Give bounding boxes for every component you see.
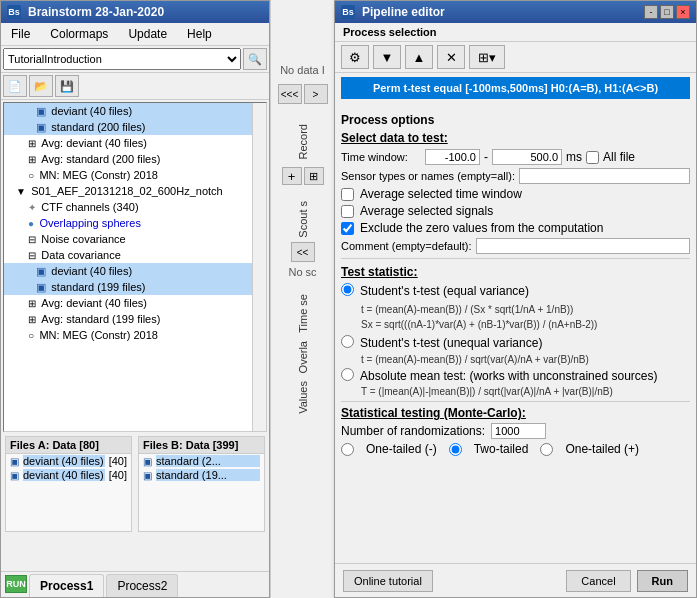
nav-left-btn[interactable]: <<<	[278, 84, 302, 104]
monte-carlo-section: Statistical testing (Monte-Carlo): Numbe…	[341, 406, 690, 456]
grid-btn[interactable]: ⊞	[304, 167, 324, 185]
tree-item[interactable]: ⊞ Avg: standard (199 files)	[4, 311, 266, 327]
sensor-label: Sensor types or names (empty=all):	[341, 170, 515, 182]
time-window-label: Time window:	[341, 151, 421, 163]
files-a-item[interactable]: ▣ deviant (40 files) [40]	[6, 454, 131, 468]
sensor-input[interactable]	[519, 168, 690, 184]
avg-signals-checkbox[interactable]	[341, 205, 354, 218]
tree-item[interactable]: ▣ deviant (40 files)	[4, 263, 266, 279]
menu-file[interactable]: File	[5, 25, 36, 43]
tailed-row: One-tailed (-) Two-tailed One-tailed (+)	[341, 442, 690, 456]
student-unequal-radio[interactable]	[341, 335, 354, 348]
settings-btn[interactable]: ⚙	[341, 45, 369, 69]
comment-label: Comment (empty=default):	[341, 240, 472, 252]
menu-colormaps[interactable]: Colormaps	[44, 25, 114, 43]
avg-time-checkbox[interactable]	[341, 188, 354, 201]
run-process-btn[interactable]: Run	[637, 570, 688, 592]
tree-item[interactable]: ⊞ Avg: standard (200 files)	[4, 151, 266, 167]
time-unit: ms	[566, 150, 582, 164]
database-dropdown[interactable]: TutorialIntroduction	[3, 48, 241, 70]
files-b-item[interactable]: ▣ standard (2...	[139, 454, 264, 468]
rand-input[interactable]	[491, 423, 546, 439]
monte-carlo-title: Statistical testing (Monte-Carlo):	[341, 406, 690, 420]
tree-item[interactable]: ⊞ Avg: deviant (40 files)	[4, 135, 266, 151]
tree-item[interactable]: ▣ standard (200 files)	[4, 119, 266, 135]
files-b-header: Files B: Data [399]	[139, 437, 264, 454]
exclude-zero-checkbox[interactable]	[341, 222, 354, 235]
tree-item[interactable]: ○ MN: MEG (Constr) 2018	[4, 327, 266, 343]
open-btn[interactable]: 📂	[29, 75, 53, 97]
tree-scrollbar[interactable]	[252, 103, 266, 431]
add-buttons: + ⊞	[282, 167, 324, 185]
middle-panel: No data I <<< > Record + ⊞ Scout s << No…	[270, 0, 335, 598]
delete-btn[interactable]: ✕	[437, 45, 465, 69]
no-scout-label: No sc	[288, 266, 316, 278]
online-tutorial-btn[interactable]: Online tutorial	[343, 570, 433, 592]
tree-item[interactable]: ▼ S01_AEF_20131218_02_600Hz_notch	[4, 183, 266, 199]
avg-time-label: Average selected time window	[360, 187, 522, 201]
two-tailed-radio[interactable]	[449, 443, 462, 456]
tree-item[interactable]: ▣ standard (199 files)	[4, 279, 266, 295]
pipeline-editor-window: Bs Pipeline editor - □ × Process selecti…	[334, 0, 697, 598]
run-button[interactable]: RUN	[5, 575, 27, 593]
tree-item[interactable]: ● Overlapping spheres	[4, 215, 266, 231]
file-tree[interactable]: ▣ deviant (40 files) ▣ standard (200 fil…	[3, 102, 267, 432]
down-btn[interactable]: ▼	[373, 45, 401, 69]
avg-signals-label: Average selected signals	[360, 204, 493, 218]
process-selection-display[interactable]: Perm t-test equal [-100ms,500ms] H0:(A=B…	[341, 77, 690, 99]
cancel-btn[interactable]: Cancel	[566, 570, 630, 592]
overla-label: Overla	[297, 341, 309, 373]
student-equal-label: Student's t-test (equal variance)	[360, 283, 529, 300]
add-btn[interactable]: +	[282, 167, 302, 185]
test-stat-title: Test statistic:	[341, 265, 690, 279]
student-unequal-label: Student's t-test (unequal variance)	[360, 335, 542, 352]
pipeline-title-text: Pipeline editor	[362, 5, 445, 19]
exclude-zero-label: Exclude the zero values from the computa…	[360, 221, 603, 235]
close-btn[interactable]: ×	[676, 5, 690, 19]
menu-help[interactable]: Help	[181, 25, 218, 43]
files-area: Files A: Data [80] ▣ deviant (40 files) …	[3, 434, 267, 534]
up-btn[interactable]: ▲	[405, 45, 433, 69]
files-a-header: Files A: Data [80]	[6, 437, 131, 454]
one-tailed-plus-label: One-tailed (+)	[565, 442, 639, 456]
files-a-item[interactable]: ▣ deviant (40 files) [40]	[6, 468, 131, 482]
scout-nav-btn[interactable]: <<	[291, 242, 315, 262]
process-selection-label: Process selection	[335, 23, 696, 42]
export-btn[interactable]: 💾	[55, 75, 79, 97]
search-button[interactable]: 🔍	[243, 48, 267, 70]
student-unequal-option: Student's t-test (unequal variance)	[341, 335, 690, 352]
tree-item[interactable]: ✦ CTF channels (340)	[4, 199, 266, 215]
nav-buttons: <<< >	[278, 84, 328, 104]
all-file-checkbox[interactable]	[586, 151, 599, 164]
tree-item[interactable]: ▣ deviant (40 files)	[4, 103, 266, 119]
tab-process1[interactable]: Process1	[29, 574, 104, 597]
record-label: Record	[297, 124, 309, 159]
tree-item[interactable]: ⊟ Noise covariance	[4, 231, 266, 247]
student-equal-radio[interactable]	[341, 283, 354, 296]
tree-item[interactable]: ⊟ Data covariance	[4, 247, 266, 263]
all-file-label: All file	[603, 150, 635, 164]
add-process-btn[interactable]: ⊞▾	[469, 45, 505, 69]
exclude-zero-row: Exclude the zero values from the computa…	[341, 221, 690, 235]
nav-right-btn[interactable]: >	[304, 84, 328, 104]
brainstorm-title: Bs Brainstorm 28-Jan-2020	[7, 5, 164, 19]
one-tailed-plus-radio[interactable]	[540, 443, 553, 456]
tab-process2[interactable]: Process2	[106, 574, 178, 597]
menu-update[interactable]: Update	[122, 25, 173, 43]
absolute-mean-group: Absolute mean test: (works with unconstr…	[341, 368, 690, 398]
one-tailed-minus-radio[interactable]	[341, 443, 354, 456]
sensor-row: Sensor types or names (empty=all):	[341, 168, 690, 184]
maximize-btn[interactable]: □	[660, 5, 674, 19]
files-b-item[interactable]: ▣ standard (19...	[139, 468, 264, 482]
pipeline-titlebar: Bs Pipeline editor - □ ×	[335, 1, 696, 23]
absolute-mean-radio[interactable]	[341, 368, 354, 381]
avg-time-row: Average selected time window	[341, 187, 690, 201]
new-protocol-btn[interactable]: 📄	[3, 75, 27, 97]
tree-item[interactable]: ○ MN: MEG (Constr) 2018	[4, 167, 266, 183]
pipeline-toolbar: ⚙ ▼ ▲ ✕ ⊞▾	[335, 42, 696, 73]
tree-item[interactable]: ⊞ Avg: deviant (40 files)	[4, 295, 266, 311]
comment-input[interactable]	[476, 238, 690, 254]
time-start-input[interactable]	[425, 149, 480, 165]
minimize-btn[interactable]: -	[644, 5, 658, 19]
time-end-input[interactable]	[492, 149, 562, 165]
